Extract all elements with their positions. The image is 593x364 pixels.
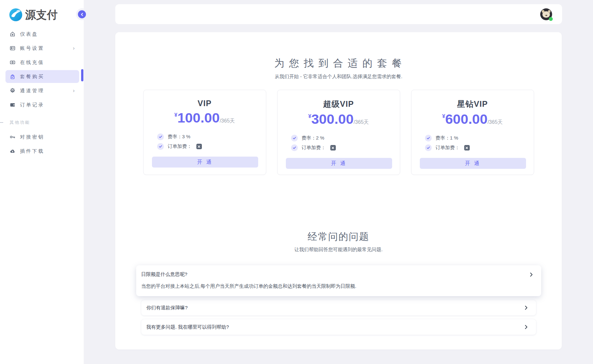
brand-logo-text: 源支付 [25, 7, 58, 22]
sidebar-item-label: 通道管理 [20, 88, 44, 94]
wallet-icon [10, 102, 15, 108]
x-square-icon [330, 145, 336, 150]
plan-features: 费率：3 % 订单加费： [157, 133, 258, 150]
banknote-icon [10, 59, 15, 65]
feature-surcharge-text: 订单加费： [436, 145, 460, 151]
feature-rate: 费率：1 % [425, 135, 525, 141]
feature-surcharge-text: 订单加费： [168, 143, 192, 150]
faq-question: 日限额是什么意思呢? [141, 271, 187, 278]
price-period: /365天 [487, 119, 503, 125]
brand-logo-icon [8, 7, 23, 22]
chevron-right-icon [525, 305, 528, 310]
sidebar-item-dashboard[interactable]: 仪表盘 [5, 28, 79, 41]
plan-price: ¥600.00/365天 [420, 111, 525, 127]
brand-logo[interactable]: 源支付 [0, 0, 84, 23]
chevron-right-icon [525, 325, 528, 329]
check-icon [157, 133, 164, 140]
chevron-right-icon: › [73, 45, 75, 51]
faq-title: 经常问的问题 [115, 230, 562, 243]
sidebar-section-other: 其他功能 [0, 120, 84, 125]
faq-question: 我有更多问题. 我在哪里可以得到帮助? [146, 324, 229, 330]
price-period: /365天 [353, 119, 369, 125]
key-icon [10, 134, 15, 140]
sidebar-item-api-keys[interactable]: 对接密钥 [5, 131, 79, 143]
cloud-download-icon [10, 148, 15, 154]
faq-answer: 当您的平台对接上本站之后,每个用户当天所产生成功订单的金额总和达到套餐的当天限制… [141, 283, 533, 289]
open-plan-button[interactable]: 开 通 [152, 157, 258, 168]
feature-surcharge: 订单加费： [157, 143, 258, 150]
currency-symbol: ¥ [308, 113, 311, 119]
open-plan-button[interactable]: 开 通 [420, 158, 526, 169]
chevron-right-icon [530, 272, 533, 277]
price-period: /365天 [220, 118, 235, 123]
feature-rate-text: 费率：2 % [302, 135, 325, 141]
currency-symbol: ¥ [174, 112, 177, 118]
feature-surcharge: 订单加费： [425, 144, 525, 151]
check-icon [291, 135, 298, 141]
sidebar-item-channel-management[interactable]: 通道管理 › [5, 84, 79, 97]
sidebar-item-label: 对接密钥 [20, 134, 44, 140]
sidebar-item-label: 订单记录 [20, 102, 44, 108]
chevron-right-icon: › [73, 87, 75, 94]
check-icon [157, 143, 164, 150]
plan-features: 费率：2 % 订单加费： [291, 135, 391, 151]
faq-item-more-help[interactable]: 我有更多问题. 我在哪里可以得到帮助? [141, 319, 536, 335]
plan-card-star-diamond-vip: 星钻VIP ¥600.00/365天 费率：1 % 订单加费： [411, 90, 534, 175]
feature-rate-text: 费率：3 % [168, 134, 191, 140]
plan-price: ¥100.00/365天 [152, 110, 258, 126]
currency-symbol: ¥ [442, 113, 445, 119]
faq-question-row: 我有更多问题. 我在哪里可以得到帮助? [146, 324, 528, 330]
faq-question-row: 你们有退款保障嘛? [146, 305, 528, 311]
plan-price: ¥300.00/365天 [286, 111, 391, 127]
feature-rate: 费率：3 % [157, 133, 258, 140]
chevron-left-icon [80, 12, 84, 17]
plan-name: VIP [152, 99, 258, 108]
check-icon [291, 144, 298, 151]
open-plan-button[interactable]: 开 通 [286, 158, 392, 169]
sidebar-item-plugin-download[interactable]: 插件下载 [5, 145, 79, 158]
user-avatar[interactable] [540, 8, 552, 20]
check-icon [425, 144, 432, 151]
topbar [115, 4, 562, 24]
sidebar-item-order-records[interactable]: 订单记录 [5, 98, 79, 111]
feature-rate-text: 费率：1 % [436, 135, 458, 141]
pricing-plans: VIP ¥100.00/365天 费率：3 % 订单加费： [115, 90, 562, 175]
faq-subtitle: 让我们帮助回答您可能遇到的最常见问题. [115, 247, 562, 253]
plan-name: 星钻VIP [420, 99, 525, 109]
faq-item-daily-limit[interactable]: 日限额是什么意思呢? 当您的平台对接上本站之后,每个用户当天所产生成功订单的金额… [136, 265, 541, 296]
sidebar: 源支付 仪表盘 账号设置 › [0, 0, 84, 364]
plan-features: 费率：1 % 订单加费： [425, 135, 525, 151]
price-amount: 300.00 [311, 111, 354, 127]
id-card-icon [10, 45, 15, 51]
faq-list: 日限额是什么意思呢? 当您的平台对接上本站之后,每个用户当天所产生成功订单的金额… [115, 265, 562, 335]
sidebar-item-label: 套餐购买 [20, 74, 44, 80]
sidebar-item-label: 在线充值 [20, 59, 44, 66]
faq-question-row: 日限额是什么意思呢? [141, 271, 533, 278]
plan-card-vip: VIP ¥100.00/365天 费率：3 % 订单加费： [143, 90, 266, 175]
feature-rate: 费率：2 % [291, 135, 391, 141]
page-subtitle: 从我们开始 - 它非常适合个人和团队.选择满足您需求的套餐. [115, 74, 562, 80]
plan-card-super-vip: 超级VIP ¥300.00/365天 费率：2 % 订单加费： [277, 90, 400, 175]
sidebar-item-account-settings[interactable]: 账号设置 › [5, 42, 79, 55]
x-square-icon [464, 145, 470, 150]
x-square-icon [196, 144, 202, 149]
faq-question: 你们有退款保障嘛? [146, 305, 188, 311]
sidebar-item-online-recharge[interactable]: 在线充值 [5, 56, 79, 69]
page-title: 为 您 找 到 合 适 的 套 餐 [115, 57, 562, 70]
sidebar-collapse-button[interactable] [78, 10, 86, 18]
check-icon [425, 135, 432, 141]
feature-surcharge: 订单加费： [291, 144, 391, 151]
plan-name: 超级VIP [286, 99, 391, 109]
sidebar-item-label: 账号设置 [20, 45, 44, 51]
price-amount: 600.00 [445, 111, 488, 127]
gear-icon [10, 88, 15, 94]
sidebar-menu: 仪表盘 账号设置 › 在线充值 [0, 23, 84, 158]
section-divider [0, 122, 3, 123]
sidebar-section-label: 其他功能 [10, 120, 30, 125]
sidebar-item-package-purchase[interactable]: 套餐购买 [5, 70, 79, 83]
active-item-indicator [81, 69, 83, 81]
avatar-dog-image [542, 11, 550, 18]
faq-item-refund[interactable]: 你们有退款保障嘛? [141, 300, 536, 315]
sidebar-item-label: 插件下载 [20, 148, 44, 154]
shopping-bag-icon [10, 74, 15, 79]
